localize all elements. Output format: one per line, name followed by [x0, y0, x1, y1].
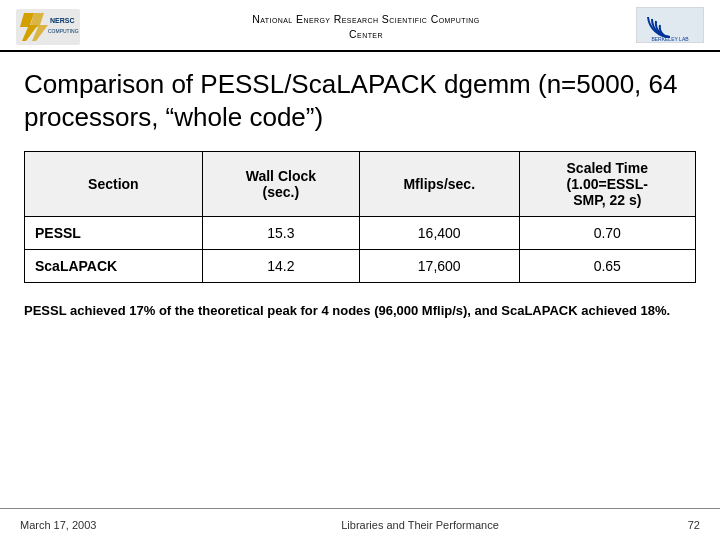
table-row-scalapack: ScaLAPACK 14.2 17,600 0.65	[25, 250, 696, 283]
table-header-mflips: Mflips/sec.	[360, 152, 520, 217]
table-header-wallclock: Wall Clock (sec.)	[202, 152, 359, 217]
scalapack-section: ScaLAPACK	[25, 250, 203, 283]
lbnl-logo: BERKELEY LAB	[636, 7, 704, 43]
table-header-section: Section	[25, 152, 203, 217]
pessl-section: PESSL	[25, 217, 203, 250]
table-header-scaledtime: Scaled Time (1.00=ESSL- SMP, 22 s)	[519, 152, 696, 217]
table-row-pessl: PESSL 15.3 16,400 0.70	[25, 217, 696, 250]
header: NERSC COMPUTING National Energy Research…	[0, 0, 720, 52]
footer-page-number: 72	[660, 519, 700, 531]
scalapack-scaledtime: 0.65	[519, 250, 696, 283]
lbnl-logo-area: BERKELEY LAB	[636, 7, 704, 47]
scalapack-wallclock: 14.2	[202, 250, 359, 283]
nersc-logo: NERSC COMPUTING	[16, 9, 80, 45]
svg-text:NERSC: NERSC	[50, 17, 75, 24]
svg-text:COMPUTING: COMPUTING	[48, 28, 79, 34]
slide-title: Comparison of PESSL/ScaLAPACK dgemm (n=5…	[24, 68, 696, 133]
header-title: National Energy Research Scientific Comp…	[96, 12, 636, 41]
header-title-text: National Energy Research Scientific Comp…	[96, 12, 636, 41]
footnote-text: PESSL achieved 17% of the theoretical pe…	[24, 301, 696, 321]
svg-text:BERKELEY LAB: BERKELEY LAB	[651, 36, 689, 42]
footer-center-text: Libraries and Their Performance	[180, 519, 660, 531]
footer-date: March 17, 2003	[20, 519, 180, 531]
nersc-logo-area: NERSC COMPUTING	[16, 9, 80, 45]
scalapack-mflips: 17,600	[360, 250, 520, 283]
pessl-mflips: 16,400	[360, 217, 520, 250]
table-header-row: Section Wall Clock (sec.) Mflips/sec. Sc…	[25, 152, 696, 217]
pessl-scaledtime: 0.70	[519, 217, 696, 250]
pessl-wallclock: 15.3	[202, 217, 359, 250]
comparison-table: Section Wall Clock (sec.) Mflips/sec. Sc…	[24, 151, 696, 283]
main-content: Comparison of PESSL/ScaLAPACK dgemm (n=5…	[0, 52, 720, 339]
footer: March 17, 2003 Libraries and Their Perfo…	[0, 508, 720, 540]
